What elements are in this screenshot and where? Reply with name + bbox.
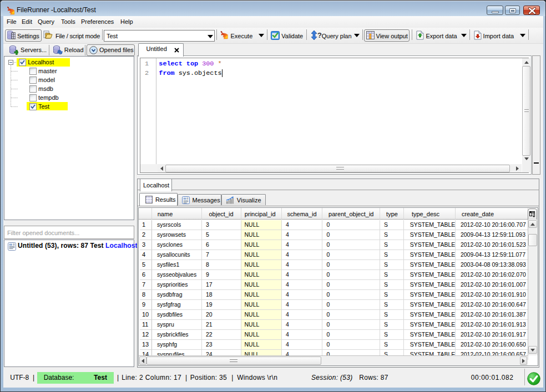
svg-text:?: ?: [317, 31, 322, 39]
